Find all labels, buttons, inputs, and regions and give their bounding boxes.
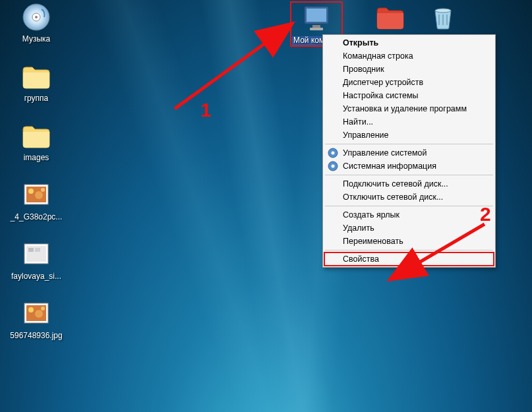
desktop-icon-label: _4_G38o2pс...	[11, 213, 63, 222]
menu-item-label: Переименовать	[343, 237, 403, 246]
menu-item-label: Отключить сетевой диск...	[343, 192, 443, 202]
desktop-icon-music[interactable]: Музыка	[10, 1, 63, 44]
desktop-icon-label: faylovaya_si...	[11, 272, 61, 281]
cd-icon	[20, 1, 52, 33]
image-file-icon	[20, 298, 52, 330]
menu-item-unmap-drive[interactable]: Отключить сетевой диск...	[324, 191, 494, 204]
desktop-icon-images[interactable]: images	[10, 120, 63, 163]
menu-item-appwiz[interactable]: Установка и удаление программ	[324, 102, 494, 115]
menu-separator	[325, 144, 493, 144]
menu-item-label: Открыть	[343, 38, 378, 47]
svg-line-26	[175, 25, 290, 109]
menu-item-label: Свойства	[343, 254, 379, 264]
menu-item-label: Проводник	[343, 65, 384, 74]
menu-item-sysinfo[interactable]: Системная информация	[324, 160, 494, 173]
desktop-icon-redfolder[interactable]	[364, 1, 417, 35]
svg-point-2	[35, 16, 38, 18]
menu-item-label: Удалить	[343, 223, 374, 233]
menu-item-rename[interactable]: Переименовать	[324, 235, 494, 248]
desktop-icon-label: 596748936.jpg	[10, 332, 62, 341]
svg-point-6	[35, 191, 43, 199]
image-file-icon	[20, 239, 52, 270]
folder-icon	[20, 61, 52, 92]
menu-separator	[325, 206, 493, 206]
menu-item-explorer[interactable]: Проводник	[324, 63, 494, 76]
annotation-label-1: 1	[200, 99, 212, 121]
menu-item-label: Диспетчер устройств	[343, 78, 423, 87]
svg-rect-11	[35, 248, 40, 252]
image-file-icon	[20, 179, 52, 211]
recycle-bin-icon	[427, 1, 459, 33]
menu-separator	[325, 175, 493, 175]
menu-item-manage[interactable]: Управление	[324, 129, 494, 142]
menu-item-label: Управление	[343, 131, 389, 140]
desktop-icon-group[interactable]: группа	[10, 61, 63, 103]
menu-item-cmd[interactable]: Командная строка	[324, 49, 494, 63]
svg-rect-10	[28, 248, 34, 252]
menu-item-find[interactable]: Найти...	[324, 115, 494, 129]
desktop-icon-recycle-bin[interactable]	[417, 1, 469, 35]
menu-item-delete[interactable]: Удалить	[324, 221, 494, 235]
svg-point-15	[35, 310, 43, 318]
svg-point-21	[435, 9, 451, 13]
menu-item-label: Управление системой	[343, 148, 427, 158]
svg-point-25	[332, 165, 335, 168]
menu-separator	[325, 250, 493, 250]
menu-item-label: Системная информация	[343, 162, 436, 171]
menu-item-label: Создать ярлык	[343, 210, 399, 220]
menu-item-label: Подключить сетевой диск...	[343, 179, 448, 189]
disc-icon	[328, 161, 338, 171]
desktop-icon-label: группа	[24, 94, 49, 103]
menu-item-label: Установка и удаление программ	[343, 104, 467, 113]
monitor-icon	[301, 3, 332, 34]
desktop-icon-label: images	[24, 154, 49, 163]
svg-point-7	[41, 188, 45, 192]
desktop-icon-label: Музыка	[22, 35, 50, 44]
context-menu: Открыть Командная строка Проводник Диспе…	[322, 34, 496, 268]
svg-rect-19	[312, 25, 320, 28]
menu-item-label: Командная строка	[343, 51, 413, 61]
red-folder-icon	[374, 1, 406, 33]
menu-item-open[interactable]: Открыть	[324, 36, 494, 49]
svg-point-14	[28, 307, 34, 312]
svg-point-5	[28, 189, 34, 194]
menu-item-msconfig[interactable]: Настройка системы	[324, 89, 494, 102]
desktop-icon-image3[interactable]: 596748936.jpg	[10, 298, 63, 341]
desktop-icon-image2[interactable]: faylovaya_si...	[10, 239, 63, 281]
menu-item-sysmgmt[interactable]: Управление системой	[324, 146, 494, 160]
menu-item-map-drive[interactable]: Подключить сетевой диск...	[324, 177, 494, 191]
menu-item-label: Найти...	[343, 117, 373, 127]
menu-item-create-shortcut[interactable]: Создать ярлык	[324, 208, 494, 221]
menu-item-devmgr[interactable]: Диспетчер устройств	[324, 76, 494, 89]
folder-icon	[20, 120, 52, 152]
menu-item-properties[interactable]: Свойства	[324, 252, 494, 266]
svg-rect-20	[310, 28, 323, 30]
disc-icon	[328, 148, 338, 158]
svg-point-23	[332, 152, 335, 155]
svg-point-16	[41, 307, 45, 310]
svg-rect-18	[307, 9, 326, 22]
annotation-arrow-1	[165, 13, 303, 119]
menu-item-label: Настройка системы	[343, 91, 419, 100]
desktop-icon-image1[interactable]: _4_G38o2pс...	[10, 179, 63, 222]
